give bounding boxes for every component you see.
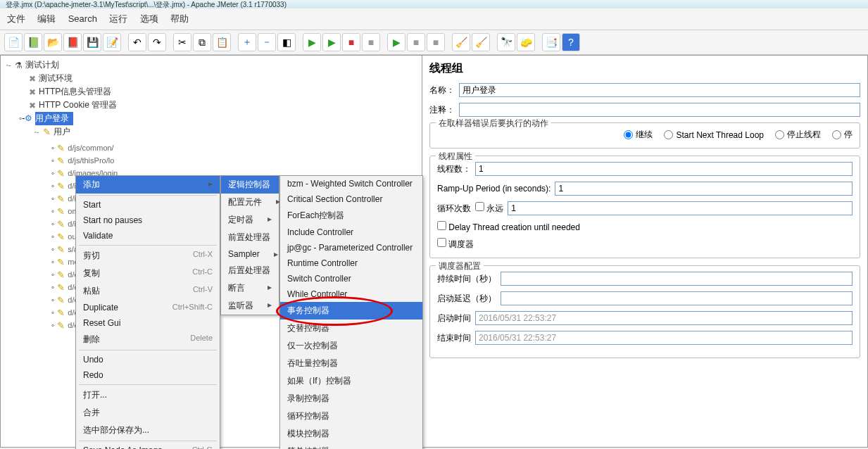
remote-start-icon[interactable]: ▶	[387, 33, 405, 51]
tree-env[interactable]: ✖测试环境	[19, 72, 417, 85]
reset-search-icon[interactable]: 🧽	[517, 33, 535, 51]
ctx-logic-item[interactable]: bzm - Weighted Switch Controller	[280, 176, 422, 191]
ctx-assert[interactable]: 断言▸	[221, 279, 279, 297]
ctx-add[interactable]: 添加▸	[76, 176, 220, 194]
ctx-save-node[interactable]: Save Node As ImageCtrl-G	[76, 443, 220, 449]
toggle-icon[interactable]: ◧	[277, 33, 296, 51]
ctx-logic-controller[interactable]: 逻辑控制器▸	[221, 176, 279, 194]
name-input[interactable]	[459, 83, 860, 97]
new-icon[interactable]: 📄	[4, 33, 23, 51]
radio-stop[interactable]: 停	[832, 129, 853, 141]
menu-search[interactable]: Search	[68, 13, 97, 24]
ctx-paste[interactable]: 粘贴Ctrl-V	[76, 282, 220, 300]
ctx-config[interactable]: 配置元件▸	[221, 194, 279, 211]
ctx-open[interactable]: 打开...	[76, 386, 220, 404]
ctx-reset[interactable]: Reset Gui	[76, 315, 220, 331]
close-icon[interactable]: 📕	[63, 33, 82, 51]
copy-icon[interactable]: ⧉	[193, 33, 211, 51]
loop-input[interactable]	[508, 201, 853, 215]
ctx-undo[interactable]: Undo	[76, 352, 220, 367]
ctx-pre[interactable]: 前置处理器▸	[221, 229, 279, 246]
shutdown-icon[interactable]: ■	[362, 33, 380, 51]
ctx-redo[interactable]: Redo	[76, 367, 220, 383]
notes-input[interactable]	[459, 103, 860, 117]
ctx-logic-item[interactable]: While Controller	[280, 286, 422, 302]
ctx-logic-item[interactable]: 循环控制器	[280, 407, 422, 425]
ctx-cut[interactable]: 剪切Ctrl-X	[76, 247, 220, 265]
tree-login-child[interactable]: ◦-✎用户	[33, 125, 417, 139]
ctx-logic-item[interactable]: Include Controller	[280, 224, 422, 240]
tree-row[interactable]: ◦✎d/js/common/	[51, 141, 422, 154]
tree-cookie-mgr[interactable]: ✖HTTP Cookie 管理器	[19, 99, 417, 112]
ctx-logic-item[interactable]: 吞吐量控制器	[280, 355, 422, 372]
cut-icon[interactable]: ✂	[173, 33, 191, 51]
help-icon[interactable]: ?	[562, 33, 580, 51]
remote-shutdown-icon[interactable]: ■	[427, 33, 445, 51]
remove-icon[interactable]: －	[258, 33, 276, 51]
ctx-copy[interactable]: 复制Ctrl-C	[76, 265, 220, 282]
ctx-merge[interactable]: 合并	[76, 404, 220, 422]
ctx-post[interactable]: 后置处理器▸	[221, 262, 279, 279]
ctx-logic-item[interactable]: Runtime Controller	[280, 255, 422, 271]
ctx-logic-item[interactable]: 事务控制器	[280, 302, 422, 320]
save-as-icon[interactable]: 📝	[103, 33, 121, 51]
radio-start-next[interactable]: Start Next Thread Loop	[664, 130, 764, 140]
threads-input[interactable]	[475, 162, 853, 176]
duration-input[interactable]	[501, 272, 853, 286]
ctx-logic-item[interactable]: 简单控制器	[280, 443, 422, 449]
ctx-logic-item[interactable]: ForEach控制器	[280, 207, 422, 224]
ctx-validate[interactable]: Validate	[76, 228, 220, 244]
startup-delay-input[interactable]	[501, 291, 853, 305]
tree-login-thread[interactable]: 用户登录	[35, 112, 73, 125]
start-noprep-icon[interactable]: ▶	[322, 33, 341, 51]
menu-file[interactable]: 文件	[7, 13, 25, 24]
ctx-logic-item[interactable]: Critical Section Controller	[280, 191, 422, 207]
tree-row[interactable]: ◦✎d/js/thisPro/lo	[51, 154, 422, 167]
menu-edit[interactable]: 编辑	[37, 13, 56, 24]
forever-checkbox[interactable]: 永远	[475, 202, 503, 215]
startup-delay-label: 启动延迟（秒）	[437, 293, 496, 305]
remote-stop-icon[interactable]: ■	[407, 33, 425, 51]
ctx-logic-item[interactable]: 录制控制器	[280, 390, 422, 407]
ctx-start[interactable]: Start	[76, 197, 220, 213]
open-icon[interactable]: 📂	[44, 33, 62, 51]
ctx-sampler[interactable]: Sampler▸	[221, 246, 279, 262]
search-icon[interactable]: 🔭	[497, 33, 515, 51]
ctx-start-np[interactable]: Start no pauses	[76, 213, 220, 228]
clear-all-icon[interactable]: 🧹	[472, 33, 490, 51]
rampup-input[interactable]	[555, 182, 853, 196]
end-time-input[interactable]	[475, 331, 853, 345]
radio-continue[interactable]: 继续	[624, 129, 653, 141]
menu-options[interactable]: 选项	[140, 13, 158, 24]
ctx-duplicate[interactable]: DuplicateCtrl+Shift-C	[76, 300, 220, 315]
ctx-logic-item[interactable]: 仅一次控制器	[280, 337, 422, 355]
start-icon[interactable]: ▶	[303, 33, 321, 51]
ctx-timer[interactable]: 定时器▸	[221, 211, 279, 229]
stop-icon[interactable]: ■	[342, 33, 360, 51]
delay-checkbox[interactable]: Delay Thread creation until needed	[437, 221, 580, 232]
ctx-save-sel[interactable]: 选中部分保存为...	[76, 422, 220, 439]
undo-icon[interactable]: ↶	[128, 33, 146, 51]
scheduler-checkbox[interactable]: 调度器	[437, 238, 474, 251]
templates-icon[interactable]: 📗	[24, 33, 42, 51]
paste-icon[interactable]: 📋	[213, 33, 231, 51]
ctx-logic-item[interactable]: Switch Controller	[280, 271, 422, 286]
ctx-logic-item[interactable]: 交替控制器	[280, 320, 422, 337]
pencil-icon: ✎	[57, 270, 65, 280]
ctx-logic-item[interactable]: 如果（If）控制器	[280, 372, 422, 390]
tree-root[interactable]: ◦-⚗测试计划	[5, 58, 417, 72]
save-icon[interactable]: 💾	[83, 33, 101, 51]
radio-stop-thread[interactable]: 停止线程	[775, 129, 821, 141]
ctx-listener[interactable]: 监听器▸	[221, 297, 279, 315]
menu-run[interactable]: 运行	[109, 13, 127, 24]
add-icon[interactable]: ＋	[238, 33, 256, 51]
ctx-logic-item[interactable]: 模块控制器	[280, 425, 422, 443]
start-time-input[interactable]	[475, 311, 853, 325]
redo-icon[interactable]: ↷	[148, 33, 166, 51]
tree-header-mgr[interactable]: ✖HTTP信息头管理器	[19, 85, 417, 99]
ctx-delete[interactable]: 删除Delete	[76, 331, 220, 348]
menu-help[interactable]: 帮助	[170, 13, 189, 24]
ctx-logic-item[interactable]: jp@gc - Parameterized Controller	[280, 240, 422, 255]
clear-icon[interactable]: 🧹	[452, 33, 470, 51]
func-helper-icon[interactable]: 📑	[542, 33, 560, 51]
